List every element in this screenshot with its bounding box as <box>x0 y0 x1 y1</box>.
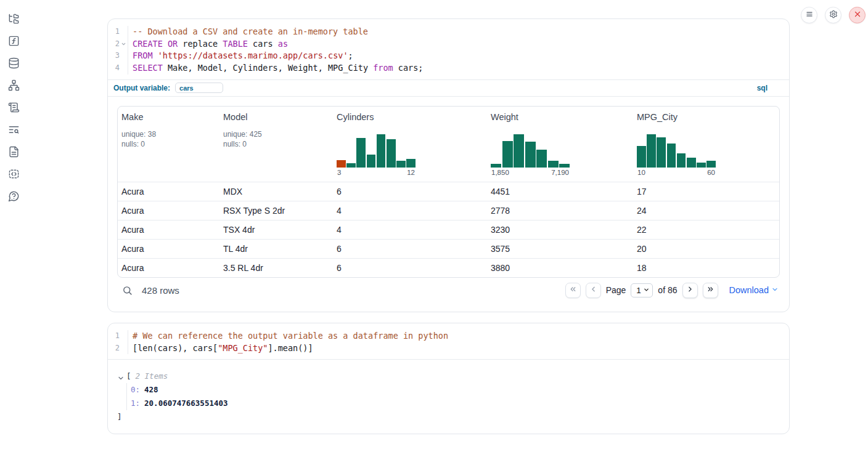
code-editor-sql[interactable]: 1-- Download a CSV and create an in-memo… <box>108 19 789 79</box>
histogram-bar[interactable] <box>677 153 686 168</box>
list-output: [ 2 Items 0:4281:20.060747663551403 ] <box>108 359 789 434</box>
histogram-bar[interactable] <box>367 155 376 168</box>
line-number: 2 <box>112 342 120 355</box>
histogram-bar[interactable] <box>396 161 406 168</box>
table-cell: 3.5 RL 4dr <box>219 259 333 277</box>
histogram-bar[interactable] <box>667 144 676 167</box>
histogram-bar[interactable] <box>377 134 386 168</box>
sidebar-item-help[interactable] <box>2 186 25 208</box>
output-variable-input[interactable] <box>175 83 223 93</box>
prev-page-button[interactable] <box>586 283 601 298</box>
table-row[interactable]: AcuraRSX Type S 2dr4277824 <box>118 201 779 220</box>
column-name: Weight <box>491 112 629 122</box>
download-button[interactable]: Download <box>729 285 779 295</box>
sidebar-item-dependency-graph[interactable] <box>2 75 25 97</box>
column-histogram: 312 <box>337 134 416 176</box>
histogram-bar[interactable] <box>647 134 656 168</box>
python-cell: 1# We can reference the output variable … <box>107 323 790 434</box>
histogram-bar[interactable] <box>525 142 536 168</box>
histogram-bar[interactable] <box>697 163 706 168</box>
stat-unique: unique: 38 <box>121 129 216 140</box>
sidebar-item-variables[interactable] <box>2 31 25 53</box>
histogram-bar[interactable] <box>491 164 501 168</box>
collapse-chevron-icon[interactable] <box>117 373 125 380</box>
table-cell: RSX Type S 2dr <box>219 201 333 220</box>
close-icon <box>853 10 862 20</box>
gear-icon <box>829 10 838 20</box>
code-token: SELECT <box>133 63 163 73</box>
table-row[interactable]: Acura3.5 RL 4dr6388018 <box>118 258 779 277</box>
histogram-bar[interactable] <box>514 134 524 168</box>
open-bracket: [ <box>126 370 131 383</box>
sql-cell: 1-- Download a CSV and create an in-memo… <box>107 18 790 312</box>
table-row[interactable]: AcuraTSX 4dr4323022 <box>118 220 779 239</box>
histogram-bar[interactable] <box>706 161 716 168</box>
column-header-MPG_City[interactable]: MPG_City1060 <box>633 107 779 182</box>
code-line[interactable]: 1# We can reference the output variable … <box>112 330 782 342</box>
line-number: 2 <box>112 38 120 51</box>
column-header-Make[interactable]: Makeunique: 38nulls: 0 <box>118 107 219 182</box>
column-header-Model[interactable]: Modelunique: 425nulls: 0 <box>219 107 333 182</box>
output-variable-bar: Output variable: sql <box>108 79 789 97</box>
histogram-bar[interactable] <box>337 160 346 168</box>
sidebar-item-documentation[interactable] <box>2 142 25 164</box>
page-label: Page <box>606 285 626 295</box>
sidebar-item-scratchpad[interactable] <box>2 97 25 119</box>
last-page-button[interactable] <box>703 283 718 298</box>
shutdown-button[interactable] <box>849 7 866 23</box>
histogram-bar[interactable] <box>536 150 547 168</box>
column-stats: unique: 38nulls: 0 <box>121 129 216 150</box>
hist-min-label: 3 <box>337 169 341 176</box>
code-line[interactable]: 2[len(cars), cars["MPG_City"].mean()] <box>112 342 782 355</box>
table-cell: Acura <box>118 240 219 258</box>
histogram-bar[interactable] <box>502 141 513 168</box>
column-header-Cylinders[interactable]: Cylinders312 <box>333 107 487 182</box>
table-cell: 20 <box>633 240 779 258</box>
histogram-bar[interactable] <box>356 138 366 168</box>
column-header-Weight[interactable]: Weight1,8507,190 <box>487 107 633 182</box>
code-token: ].mean()] <box>268 343 313 353</box>
histogram-bar[interactable] <box>387 139 396 167</box>
code-line[interactable]: 4SELECT Make, Model, Cylinders, Weight, … <box>112 62 782 75</box>
settings-button[interactable] <box>825 7 841 23</box>
table-cell: 6 <box>333 240 487 258</box>
table-cell: 6 <box>333 259 487 277</box>
code-editor-python[interactable]: 1# We can reference the output variable … <box>108 323 789 359</box>
code-line[interactable]: 2CREATE OR replace TABLE cars as <box>112 38 782 51</box>
data-table: Makeunique: 38nulls: 0Modelunique: 425nu… <box>117 106 780 278</box>
sidebar-item-datasources[interactable] <box>2 53 25 75</box>
code-token: "MPG_City" <box>218 343 268 353</box>
menu-button[interactable] <box>801 7 817 23</box>
table-body: AcuraMDX6445117AcuraRSX Type S 2dr427782… <box>118 182 779 277</box>
histogram-bar[interactable] <box>548 161 559 168</box>
table-row[interactable]: AcuraMDX6445117 <box>118 182 779 201</box>
code-token: TABLE <box>223 39 248 49</box>
code-token <box>163 39 168 49</box>
hist-min-label: 10 <box>637 169 645 176</box>
table-row[interactable]: AcuraTL 4dr6357520 <box>118 239 779 258</box>
histogram-bar[interactable] <box>687 158 696 168</box>
list-search-icon <box>8 124 20 137</box>
table-cell: 6 <box>333 182 487 201</box>
sidebar-item-logs[interactable] <box>2 119 25 142</box>
histogram-bar[interactable] <box>637 146 646 168</box>
histogram-bar[interactable] <box>406 159 416 168</box>
hist-max-label: 7,190 <box>551 169 569 176</box>
next-page-button[interactable] <box>682 283 698 298</box>
code-line[interactable]: 3FROM 'https://datasets.marimo.app/cars.… <box>112 50 782 62</box>
sidebar-item-snippets[interactable] <box>2 164 25 186</box>
first-page-button[interactable] <box>565 283 581 298</box>
table-cell: 24 <box>633 201 779 220</box>
sidebar-item-file-explorer[interactable] <box>2 9 25 31</box>
tree-root[interactable]: [ 2 Items <box>117 370 780 383</box>
function-square-icon <box>8 35 20 49</box>
page-select[interactable]: 1 <box>631 283 653 297</box>
code-line[interactable]: 1-- Download a CSV and create an in-memo… <box>112 26 782 38</box>
table-cell: 3575 <box>487 240 633 258</box>
histogram-bar[interactable] <box>346 163 356 168</box>
histogram-bar[interactable] <box>559 164 570 168</box>
histogram-bar[interactable] <box>657 137 666 168</box>
fold-chevron-icon[interactable] <box>120 38 128 51</box>
search-icon[interactable] <box>122 284 134 296</box>
table-cell: Acura <box>118 182 219 201</box>
